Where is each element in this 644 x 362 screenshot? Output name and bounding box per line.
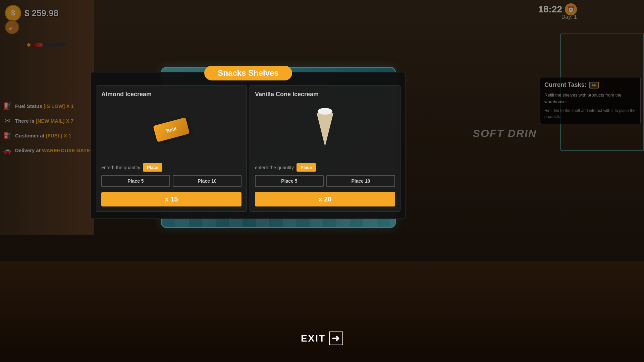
vanilla-place5-button[interactable]: Place 5: [255, 175, 324, 187]
almond-action-buttons: Place 5 Place 10: [101, 175, 241, 187]
vanilla-place-button[interactable]: Place: [297, 163, 316, 172]
vanilla-cone-card: Vanilla Cone Icecream enterh the quantit…: [250, 85, 400, 212]
exit-icon: ➜: [329, 331, 343, 345]
almond-quantity-label: enterh the quantity: [101, 165, 140, 170]
vanilla-quantity-label: enterh the quantity: [255, 165, 294, 170]
almond-place5-button[interactable]: Place 5: [101, 175, 170, 187]
vanilla-cone-image: [298, 103, 352, 157]
vanilla-place10-button[interactable]: Place 10: [326, 175, 395, 187]
almond-place-button[interactable]: Place: [143, 163, 162, 172]
almond-count-badge: x 15: [101, 192, 241, 206]
vanilla-cone-visual: [317, 113, 333, 146]
vanilla-action-buttons: Place 5 Place 10: [255, 175, 395, 187]
almond-icecream-card: Almond Icecream enterh the quantity Plac…: [96, 85, 247, 212]
vanilla-count-badge: x 20: [255, 192, 395, 206]
products-container: Almond Icecream enterh the quantity Plac…: [91, 85, 406, 212]
vanilla-cone-name: Vanilla Cone Icecream: [255, 91, 319, 98]
exit-label: EXIT: [301, 333, 326, 344]
snacks-shelves-panel: Snacks Shelves Almond Icecream enterh th…: [91, 72, 406, 219]
snacks-title: Snacks Shelves: [204, 66, 292, 80]
exit-button[interactable]: EXIT ➜: [301, 331, 343, 345]
almond-icecream-image: [145, 103, 198, 157]
almond-place10-button[interactable]: Place 10: [173, 175, 241, 187]
almond-quantity-row: enterh the quantity Place: [101, 163, 241, 172]
almond-bar-visual: [153, 117, 190, 142]
almond-icecream-name: Almond Icecream: [101, 91, 152, 98]
snacks-title-bar: Snacks Shelves: [91, 66, 406, 80]
vanilla-quantity-row: enterh the quantity Place: [255, 163, 395, 172]
